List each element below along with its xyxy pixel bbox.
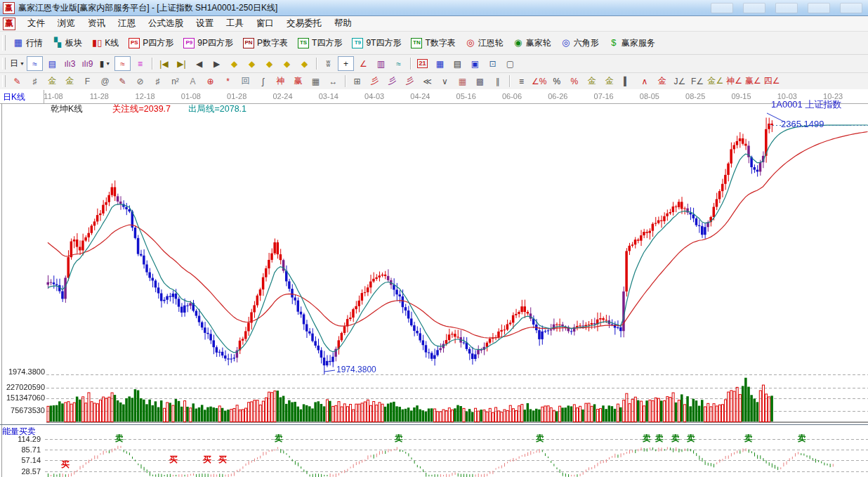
tool-button-ying-angle[interactable]: 赢∠ xyxy=(744,74,762,89)
tool-button-calculator[interactable]: ▦ xyxy=(432,56,448,71)
tool-button-grid-red[interactable]: ▦ xyxy=(454,74,471,89)
tool-button-angle-measure[interactable]: ∠ xyxy=(355,56,371,71)
tool-button-tick-comb[interactable]: ♯ xyxy=(27,74,43,89)
tool-button-volume-profile[interactable]: ≡ xyxy=(132,56,148,71)
tool-button-percent-red[interactable]: % xyxy=(566,74,582,89)
toolbar-button-winner-service[interactable]: $赢家服务 xyxy=(604,32,660,54)
tool-button-circle-crosshair[interactable]: ⊕ xyxy=(202,74,218,89)
tool-button-f-grid[interactable]: F xyxy=(79,74,96,89)
toolbar-button-p-number-table[interactable]: PNP数字表 xyxy=(238,32,293,54)
tool-button-gann-compress[interactable]: ◆ xyxy=(279,56,295,71)
tool-button-ying-grid[interactable]: 赢 xyxy=(290,74,306,89)
menu-item-资讯[interactable]: 资讯 xyxy=(81,16,112,31)
tool-button-j-angle[interactable]: J∠ xyxy=(671,74,688,89)
tool-button-angle-dial[interactable]: ⊘ xyxy=(132,74,148,89)
tool-button-note-list[interactable]: ▤ xyxy=(44,56,60,71)
toolbar-button-quotes[interactable]: ▦行情 xyxy=(8,32,48,54)
tool-button-pen-knife[interactable]: ✎ xyxy=(9,74,25,89)
tool-button-av-tool[interactable]: ∧ xyxy=(636,74,652,89)
tool-button-angle-percent[interactable]: ∠% xyxy=(531,74,547,89)
toolbar-button-gann-wheel[interactable]: ◎江恩轮 xyxy=(461,32,508,54)
tool-button-hand-tool[interactable]: ʬ xyxy=(320,56,336,71)
tool-button-next-page[interactable]: ▶ xyxy=(209,56,225,71)
tool-button-square-spiral[interactable]: 回 xyxy=(237,74,254,89)
kline-chart-canvas[interactable] xyxy=(0,89,868,477)
tool-button-gold-angle[interactable]: 金∠ xyxy=(706,74,724,89)
tool-button-qiankun-blue-toggle[interactable]: ≈ xyxy=(27,56,43,71)
tool-button-gold-circle[interactable]: 金 xyxy=(584,74,600,89)
tool-button-pen-grid[interactable]: ✎ xyxy=(114,74,131,89)
tool-button-gold-line[interactable]: 金 xyxy=(601,74,617,89)
tool-button-box-frame[interactable]: ⊞ xyxy=(349,74,365,89)
toolbar-button-t-number-table[interactable]: TNT数字表 xyxy=(406,32,460,54)
tool-button-workstation[interactable]: ▢ xyxy=(502,56,518,71)
tool-button-calendar-21[interactable]: 21 xyxy=(414,56,430,71)
tool-button-spiral-tool[interactable]: @ xyxy=(97,74,113,89)
menu-item-江恩[interactable]: 江恩 xyxy=(112,16,142,31)
tool-button-grid-arrow[interactable]: ▩ xyxy=(472,74,488,89)
tool-button-zigzag-tool[interactable]: ∨ xyxy=(437,74,453,89)
toolbar-button-kline[interactable]: ▮▯K线 xyxy=(87,32,124,54)
tool-button-fan-red[interactable]: 彡 xyxy=(367,74,383,89)
tool-button-scale-ruler[interactable]: ≡ xyxy=(513,74,530,89)
toolbar-button-winner-wheel[interactable]: ◉赢家轮 xyxy=(508,32,556,54)
menu-item-公式选股[interactable]: 公式选股 xyxy=(142,16,190,31)
toolbar-button-hexagon[interactable]: ◎六角形 xyxy=(556,32,604,54)
tool-button-n2-grid[interactable]: n² xyxy=(167,74,183,89)
tool-button-si-angle[interactable]: 四∠ xyxy=(763,74,781,89)
tool-button-fan-box-purple[interactable]: 彡 xyxy=(384,74,400,89)
9p-square-label: 9P四方形 xyxy=(197,37,233,49)
tool-button-shen-grid[interactable]: 神 xyxy=(272,74,289,89)
tool-button-fractal-tool[interactable]: ≈ xyxy=(390,56,407,71)
fan-red-icon: 彡 xyxy=(371,75,379,87)
tool-button-gann-shift-left[interactable]: ◆ xyxy=(226,56,242,71)
tool-button-gann-expand[interactable]: ◆ xyxy=(296,56,313,71)
tool-button-network[interactable]: ⊡ xyxy=(485,56,501,71)
tool-button-gold-underline[interactable]: 金 xyxy=(654,74,670,89)
menu-item-交易委托[interactable]: 交易委托 xyxy=(280,16,328,31)
tool-button-gold-grid-1[interactable]: 金 xyxy=(44,74,60,89)
tool-button-arrow-fan[interactable]: ≪ xyxy=(419,74,435,89)
tool-button-gann-shift-both[interactable]: ◆ xyxy=(261,56,277,71)
tool-button-bar-pen[interactable]: ▍ xyxy=(619,74,635,89)
tool-button-tick-comb-2[interactable]: ♯ xyxy=(150,74,166,89)
menu-item-设置[interactable]: 设置 xyxy=(190,16,220,31)
tool-button-last-page[interactable]: ▶| xyxy=(173,56,190,71)
tool-button-bars-9[interactable]: ılı9 xyxy=(79,56,96,71)
menu-item-文件[interactable]: 文件 xyxy=(21,16,51,31)
tool-button-save[interactable]: ▣ xyxy=(467,56,483,71)
tool-button-period-day-select[interactable]: 日▼ xyxy=(9,56,25,71)
toolbar-button-p-square[interactable]: PSP四方形 xyxy=(124,32,178,54)
tool-button-a-angle[interactable]: A xyxy=(185,74,201,89)
toolbar-button-9t-square[interactable]: T99T四方形 xyxy=(347,32,406,54)
menu-item-浏览[interactable]: 浏览 xyxy=(51,16,81,31)
tool-button-f-angle[interactable]: F∠ xyxy=(689,74,705,89)
tool-button-pulse-tool[interactable]: ʃ xyxy=(255,74,271,89)
tool-button-parallel-lines[interactable]: ∥ xyxy=(489,74,506,89)
tool-button-qiankun-red-toggle[interactable]: ≈ xyxy=(114,56,131,71)
tool-button-fan-box-red[interactable]: 彡 xyxy=(402,74,418,89)
tool-button-percent[interactable]: % xyxy=(548,74,565,89)
tool-button-star-wheel[interactable]: * xyxy=(220,74,236,89)
menu-item-帮助[interactable]: 帮助 xyxy=(328,16,358,31)
menu-item-窗口[interactable]: 窗口 xyxy=(250,16,280,31)
tool-button-shen-angle[interactable]: 神∠ xyxy=(725,74,743,89)
tool-button-width-tool[interactable]: ↔ xyxy=(325,74,341,89)
toolbar-button-sectors[interactable]: ▚板块 xyxy=(48,32,87,54)
toolbar-grip[interactable] xyxy=(2,35,6,51)
tool-button-prev-page[interactable]: ◀ xyxy=(191,56,207,71)
tool-button-notepad[interactable]: ▤ xyxy=(449,56,466,71)
menu-item-工具[interactable]: 工具 xyxy=(220,16,250,31)
tool-button-first-page[interactable]: |◀ xyxy=(156,56,172,71)
tool-button-gann-box-tool[interactable]: ▥ xyxy=(373,56,389,71)
tool-button-gold-grid-2[interactable]: 金 xyxy=(62,74,78,89)
toolbar-grip[interactable] xyxy=(2,58,6,70)
tool-button-gann-shift-right[interactable]: ◆ xyxy=(244,56,260,71)
tool-button-candle-style-select[interactable]: ▮▼ xyxy=(97,56,113,71)
tool-button-grid-123[interactable]: ▦ xyxy=(308,74,324,89)
tool-button-crosshair-tool[interactable]: + xyxy=(338,56,354,71)
toolbar-button-9p-square[interactable]: P99P四方形 xyxy=(178,32,238,54)
tool-button-bars-3[interactable]: ılı3 xyxy=(62,56,78,71)
toolbar-button-t-square[interactable]: TST四方形 xyxy=(293,32,347,54)
toolbar-grip[interactable] xyxy=(2,75,6,86)
